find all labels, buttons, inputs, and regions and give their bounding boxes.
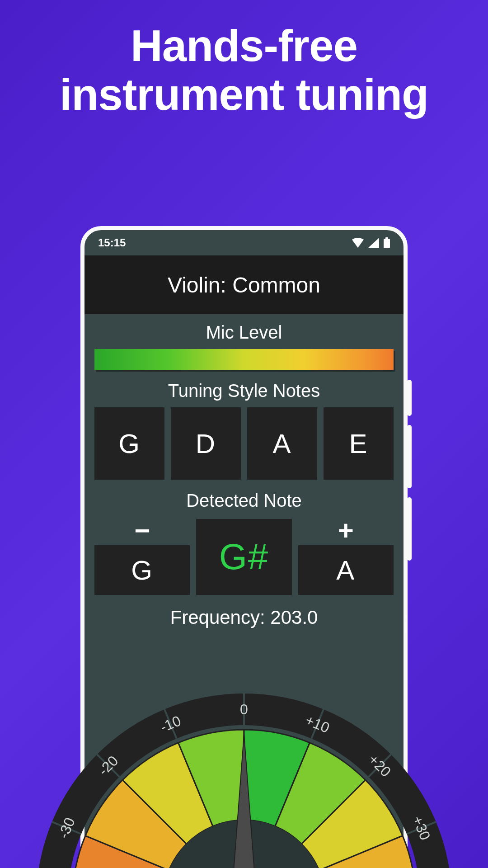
phone-frame: 15:15 Violin: Common Mic Level Tuning St… [80, 226, 408, 868]
frequency-value: 203.0 [270, 607, 318, 628]
detected-prev-note: G [94, 545, 190, 595]
svg-rect-1 [385, 237, 388, 239]
tuning-note-d[interactable]: D [171, 407, 241, 480]
svg-line-4 [52, 822, 81, 834]
frequency-readout: Frequency: 203.0 [84, 598, 404, 633]
instrument-preset-label: Violin: Common [168, 273, 320, 297]
instrument-preset-title[interactable]: Violin: Common [84, 255, 404, 314]
status-time: 15:15 [98, 236, 126, 249]
detected-current-col: G# [196, 519, 291, 595]
tuning-notes-label: Tuning Style Notes [84, 373, 404, 407]
battery-icon [384, 237, 390, 248]
frequency-label: Frequency: [170, 607, 271, 628]
svg-rect-0 [384, 239, 390, 248]
wifi-icon [352, 238, 364, 248]
tuning-note-a[interactable]: A [247, 407, 317, 480]
tuning-note-e[interactable]: E [324, 407, 394, 480]
hero-line2: instrument tuning [60, 70, 428, 119]
mic-level-label: Mic Level [84, 314, 404, 349]
hero-title: Hands-free instrument tuning [0, 0, 488, 119]
tuning-note-g[interactable]: G [94, 407, 164, 480]
mic-level-meter [84, 349, 404, 370]
detected-note-label: Detected Note [84, 482, 404, 517]
minus-icon: − [134, 517, 150, 544]
detected-prev-col: − G [94, 517, 190, 595]
signal-icon [368, 238, 379, 248]
status-icons [352, 237, 390, 248]
detected-next-note: A [298, 545, 394, 595]
plus-icon: + [338, 517, 354, 544]
tuning-notes-row: G D A E [84, 407, 404, 480]
mic-level-gradient [94, 349, 394, 370]
status-bar: 15:15 [84, 230, 404, 255]
detected-next-col: + A [298, 517, 394, 595]
detected-current-note: G# [196, 519, 291, 595]
gauge-tick-label: -30 [55, 815, 78, 841]
hero-line1: Hands-free [131, 21, 357, 71]
detected-note-row: − G G# + A [84, 517, 404, 595]
gauge-tick-label: +30 [409, 813, 434, 842]
phone-button-1 [407, 380, 412, 416]
phone-button-3 [407, 497, 412, 561]
phone-button-2 [407, 425, 412, 488]
svg-line-10 [407, 822, 436, 834]
